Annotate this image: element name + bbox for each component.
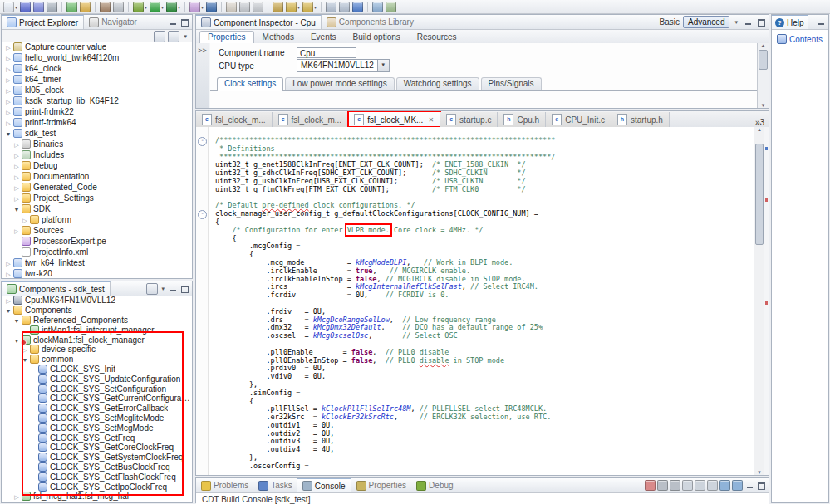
scroll-down-icon[interactable]: ▼ [757,470,762,475]
view-menu-icon[interactable]: ▾ [160,286,166,292]
tree-item[interactable]: Documentation [2,171,192,182]
minimize-icon[interactable] [743,17,753,27]
expander-icon[interactable] [12,204,21,213]
open-resource-icon[interactable] [338,1,351,12]
expander-icon[interactable] [4,42,12,51]
editor-tab-startup-c[interactable]: cstartup.c [440,112,498,127]
expander-icon[interactable] [4,107,12,116]
editor-tab-cpu-init-c[interactable]: cCPU_Init.c [546,112,611,127]
inspector-tab-resources[interactable]: Resources [409,31,465,43]
inspector-tab-build-options[interactable]: Build options [345,31,409,43]
tree-item[interactable]: kl05_clock [2,85,192,95]
tree-item[interactable]: device specific [2,345,192,355]
editor-tab-startup-h[interactable]: hstartup.h [611,112,670,127]
inspector-tab-methods[interactable]: Methods [254,31,302,43]
maximize-icon[interactable] [756,17,766,27]
open-console-icon[interactable] [732,480,743,491]
print-icon[interactable] [46,1,58,12]
settings-tab-clock-settings[interactable]: Clock settings [217,77,283,91]
editor-tab-fsl-clock-mk-[interactable]: cfsl_clock_MK...✕ [348,111,440,127]
dropdown-arrow-icon[interactable]: ▾ [314,4,317,10]
tab-problems[interactable]: Problems [196,478,253,492]
tree-item[interactable]: CLOCK_SYS_Init [2,365,192,374]
remove-all-launches-icon[interactable] [670,480,680,491]
tab-component-inspector[interactable]: Component Inspector - Cpu [196,15,322,30]
minimize-icon[interactable] [816,17,826,27]
tree-item[interactable]: ProjectInfo.xml [2,247,192,257]
expander-icon[interactable] [12,492,21,501]
tree-item[interactable]: print-frdmk22 [2,106,192,117]
pe-inspector-icon[interactable] [371,1,384,12]
scrollbar-thumb[interactable] [755,144,764,245]
expander-icon[interactable] [12,172,21,181]
contents-link[interactable]: Contents [789,35,823,44]
dropdown-arrow-icon[interactable]: ▾ [297,4,300,10]
external-tools-icon[interactable]: ▾ [165,1,181,12]
pe-registers-icon[interactable] [385,1,397,12]
scroll-up-icon[interactable]: ▲ [761,43,766,48]
tree-item[interactable]: Referenced_Components [2,316,192,325]
tree-item[interactable]: CLOCK_SYS_GetBusClockFreq [2,462,192,472]
filter-icon[interactable] [146,283,158,295]
inspector-tab-properties[interactable]: Properties [199,31,254,43]
expander-icon[interactable] [4,306,12,315]
tree-item[interactable]: CLOCK_SYS_GetIpoClockFreq [2,482,192,492]
expander-icon[interactable] [4,53,12,62]
save-icon[interactable] [19,1,32,12]
expander-icon[interactable] [4,129,12,138]
forward-icon[interactable]: ▾ [302,1,317,12]
expander-icon[interactable] [12,226,21,235]
tab-components-library[interactable]: Components Library [322,15,419,29]
tab-tasks[interactable]: Tasks [253,478,297,492]
inspector-tab-events[interactable]: Events [302,31,345,43]
tree-item[interactable]: CLOCK_SYS_SetConfiguration [2,384,192,394]
dropdown-arrow-icon[interactable]: ▾ [201,4,204,10]
tree-item[interactable]: intMan1:fsl_interrupt_manager [2,325,192,335]
remove-launch-icon[interactable] [657,480,668,491]
tab-help[interactable]: Help [772,15,808,30]
expander-icon[interactable] [4,118,12,127]
tab-debug[interactable]: Debug [411,478,458,492]
expander-icon[interactable] [12,316,21,325]
tree-item[interactable]: CLOCK_SYS_GetCurrentConfiguration [2,394,192,404]
clean-icon[interactable] [112,1,125,12]
expander-icon[interactable] [4,75,12,84]
expander-icon[interactable] [4,269,12,278]
pin-console-icon[interactable] [707,480,718,491]
basic-toggle[interactable]: Basic [660,17,680,27]
tree-item[interactable]: SDK [2,203,192,214]
fold-collapse-icon[interactable] [198,137,207,146]
settings-tab-watchdog-settings[interactable]: Watchdog settings [396,77,479,90]
scroll-lock-icon[interactable] [695,480,705,491]
tree-item[interactable]: Capture counter value [2,42,192,52]
tree-item[interactable]: k64_clock [2,63,192,74]
search-icon[interactable] [205,1,218,12]
dropdown-arrow-icon[interactable]: ▾ [178,4,180,10]
editor-tab-cpu-h[interactable]: hCpu.h [498,112,546,127]
dropdown-arrow-icon[interactable]: ▾ [15,4,17,10]
collapse-all-icon[interactable] [154,31,165,42]
toggle-mark-occurrences-icon[interactable] [225,1,238,12]
fold-gutter[interactable] [196,127,209,475]
scrollbar-thumb[interactable] [759,50,768,70]
expander-icon[interactable] [4,296,12,305]
expander-icon[interactable] [12,193,21,203]
expander-icon[interactable] [21,345,29,354]
tree-item[interactable]: fsl_mcg_hal1:fsl_mcg_hal [2,492,192,502]
fold-collapse-icon[interactable] [198,210,207,219]
tree-item[interactable]: fsl_sim_hal1:fsl_sim_hal [2,502,192,502]
tree-item[interactable]: printf-frdmk64 [2,117,192,128]
tree-item[interactable]: k64_timer [2,74,192,85]
new-pe-component-icon[interactable] [66,1,78,12]
dropdown-arrow-icon[interactable]: ▾ [161,4,164,10]
tree-item[interactable]: Includes [2,149,192,160]
expander-icon[interactable] [4,258,12,267]
maximize-icon[interactable] [179,284,189,293]
settings-tab-pins-signals[interactable]: Pins/Signals [481,77,542,90]
tree-item[interactable]: Components [2,306,192,316]
tree-item[interactable]: hello_world_twrk64f120m [2,52,192,63]
editor-scrollbar[interactable]: ▲ ▼ [754,127,764,475]
tree-item[interactable]: CLOCK_SYS_GetSystemClockFreq [2,453,192,462]
code-area[interactable]: /***************************************… [209,127,750,475]
tab-properties[interactable]: Properties [351,478,412,492]
